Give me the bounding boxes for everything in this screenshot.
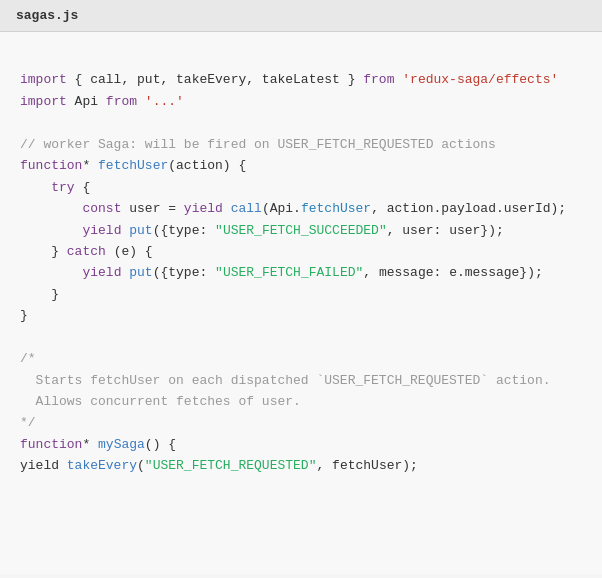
code-line: */	[20, 412, 582, 433]
code-line: yield put({type: "USER_FETCH_SUCCEEDED",…	[20, 220, 582, 241]
filename: sagas.js	[16, 8, 78, 23]
code-line: import Api from '...'	[20, 91, 582, 112]
code-container: import { call, put, takeEvery, takeLates…	[0, 32, 602, 574]
code-line: Starts fetchUser on each dispatched `USE…	[20, 370, 582, 391]
code-line	[20, 112, 582, 133]
code-line	[20, 327, 582, 348]
code-line: yield takeEvery("USER_FETCH_REQUESTED", …	[20, 455, 582, 476]
code-line: const user = yield call(Api.fetchUser, a…	[20, 198, 582, 219]
code-line: function* fetchUser(action) {	[20, 155, 582, 176]
code-line: yield put({type: "USER_FETCH_FAILED", me…	[20, 262, 582, 283]
code-line: import { call, put, takeEvery, takeLates…	[20, 69, 582, 90]
code-line: } catch (e) {	[20, 241, 582, 262]
code-line: // worker Saga: will be fired on USER_FE…	[20, 134, 582, 155]
code-line: function* mySaga() {	[20, 434, 582, 455]
code-line: try {	[20, 177, 582, 198]
code-line: /*	[20, 348, 582, 369]
code-line: }	[20, 284, 582, 305]
code-line: }	[20, 305, 582, 326]
code-line	[20, 48, 582, 69]
code-line: Allows concurrent fetches of user.	[20, 391, 582, 412]
file-header: sagas.js	[0, 0, 602, 32]
